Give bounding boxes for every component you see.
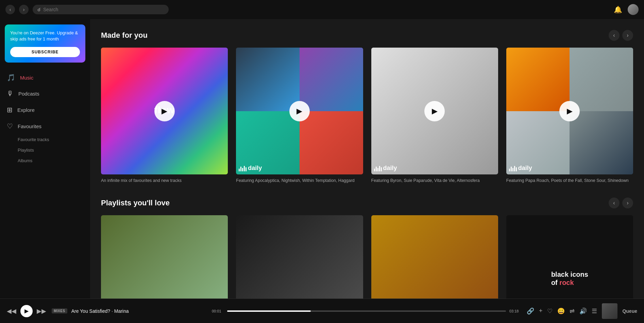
back-button[interactable]: ‹ [5,5,15,14]
emoji-icon: 😀 [557,308,565,314]
volume-button[interactable]: 🔊 [579,307,587,315]
playlists-love-prev-button[interactable]: ‹ [609,198,620,208]
search-bar: ☌ [33,5,169,14]
notification-icon[interactable]: 🔔 [614,5,622,14]
playlists-love-title: Playlists you'll love [101,199,170,207]
shuffle-button[interactable]: ⇌ [570,307,575,315]
time-current: 00:01 [212,309,224,313]
add-button[interactable]: + [539,307,543,314]
daily1-play-overlay: ▶ [236,48,363,174]
mixes-badge: MIXES [52,308,67,313]
avatar[interactable] [628,4,639,15]
link-button[interactable]: 🔗 [527,307,534,315]
flow-play-overlay: ▶ [101,48,228,174]
add-icon: + [539,307,543,314]
daily3-card[interactable]: daily ▶ Featuring Papa Roach, Poets of t… [506,48,633,184]
made-for-you-nav: ‹ › [609,30,633,41]
progress-fill [227,310,311,312]
made-for-you-next-button[interactable]: › [622,30,633,41]
back-icon: ‹ [10,7,11,12]
playlist2-image [236,215,363,299]
playlists-love-grid: black iconsof rock [101,215,633,299]
sidebar-item-favourites[interactable]: ♡ Favourites [0,118,90,134]
sidebar-sub-favourite-tracks-label: Favourite tracks [18,137,49,142]
playlist2-thumbnail [236,215,363,299]
daily1-description: Featuring Apocalyptica, Nightwish, Withi… [236,178,363,184]
made-for-you-prev-button[interactable]: ‹ [609,30,620,41]
sidebar-item-music[interactable]: 🎵 Music [0,69,90,86]
emoji-button[interactable]: 😀 [557,307,565,315]
sidebar: You're on Deezer Free. Upgrade & skip ad… [0,19,90,299]
playlists-love-header: Playlists you'll love ‹ › [101,198,633,208]
subscribe-button[interactable]: SUBSCRIBE [10,47,80,57]
sidebar-item-podcasts-label: Podcasts [18,91,39,97]
content-area: Made for you ‹ › flow ▶ An infinite mix … [90,19,644,299]
sidebar-sub-playlists-label: Playlists [18,148,34,153]
podcasts-icon: 🎙 [7,90,14,98]
made-for-you-grid: flow ▶ An infinite mix of favourites and… [101,48,633,184]
sidebar-sub-albums-label: Albums [18,158,32,163]
flow-description: An infinite mix of favourites and new tr… [101,178,228,184]
flow-thumbnail: flow ▶ [101,48,228,174]
playlist1-card[interactable] [101,215,228,299]
made-for-you-header: Made for you ‹ › [101,30,633,41]
playlist2-card[interactable] [236,215,363,299]
playlist3-thumbnail [371,215,498,299]
play-icon: ▶ [24,308,29,314]
topbar-right: 🔔 [614,4,639,15]
flow-card[interactable]: flow ▶ An infinite mix of favourites and… [101,48,228,184]
daily2-card[interactable]: daily ▶ Featuring Byron, Suie Paparude, … [371,48,498,184]
skip-back-icon: ◀◀ [7,307,16,315]
volume-icon: 🔊 [579,308,587,314]
daily3-description: Featuring Papa Roach, Poets of the Fall,… [506,178,633,184]
forward-button[interactable]: › [19,5,29,14]
playlists-love-next-button[interactable]: › [622,198,633,208]
made-for-you-title: Made for you [101,31,148,40]
playlist4-card[interactable]: black iconsof rock [506,215,633,299]
daily1-play-button[interactable]: ▶ [289,101,310,121]
queue-button[interactable]: Queue [622,308,637,314]
explore-icon: ⊞ [7,106,13,114]
heart-icon: ♡ [7,122,13,130]
search-icon: ☌ [37,7,40,12]
sidebar-sub-favourite-tracks[interactable]: Favourite tracks [0,134,90,145]
playlist1-image [101,215,228,299]
promo-text: You're on Deezer Free. Upgrade & skip ad… [10,30,80,42]
daily2-description: Featuring Byron, Suie Paparude, Vita de … [371,178,498,184]
daily1-thumbnail: daily ▶ [236,48,363,174]
sidebar-item-explore-label: Explore [17,107,35,113]
like-button[interactable]: ♡ [547,307,553,315]
search-input[interactable] [43,7,164,12]
daily2-thumbnail: daily ▶ [371,48,498,174]
progress-section: 00:01 03:18 [212,309,521,313]
play-pause-button[interactable]: ▶ [20,305,33,317]
skip-back-button[interactable]: ◀◀ [7,307,16,315]
progress-bar[interactable] [227,310,506,312]
equalizer-button[interactable]: ☰ [592,307,597,315]
daily3-play-overlay: ▶ [506,48,633,174]
playlist4-thumbnail: black iconsof rock [506,215,633,299]
playlist3-card[interactable] [371,215,498,299]
daily2-play-overlay: ▶ [371,48,498,174]
equalizer-icon: ☰ [592,308,597,314]
player-controls: ◀◀ ▶ ▶▶ [7,305,46,317]
skip-forward-button[interactable]: ▶▶ [37,307,46,315]
main-layout: You're on Deezer Free. Upgrade & skip ad… [0,19,644,299]
playlist4-image: black iconsof rock [506,215,633,299]
daily3-play-button[interactable]: ▶ [559,101,580,121]
skip-forward-icon: ▶▶ [37,307,46,315]
daily2-play-button[interactable]: ▶ [424,101,445,121]
promo-card: You're on Deezer Free. Upgrade & skip ad… [5,24,85,63]
daily1-card[interactable]: daily ▶ Featuring Apocalyptica, Nightwis… [236,48,363,184]
sidebar-sub-albums[interactable]: Albums [0,155,90,166]
flow-play-button[interactable]: ▶ [154,101,175,121]
player-track-info: MIXES Are You Satisfied? · Marina [52,308,206,314]
time-total: 03:18 [509,309,521,313]
sidebar-item-explore[interactable]: ⊞ Explore [0,102,90,118]
sidebar-item-favourites-label: Favourites [18,123,41,129]
daily3-thumbnail: daily ▶ [506,48,633,174]
player-bar: ◀◀ ▶ ▶▶ MIXES Are You Satisfied? · Marin… [0,299,644,323]
sidebar-sub-playlists[interactable]: Playlists [0,145,90,155]
playlist4-text: black iconsof rock [551,270,588,287]
sidebar-item-podcasts[interactable]: 🎙 Podcasts [0,86,90,102]
